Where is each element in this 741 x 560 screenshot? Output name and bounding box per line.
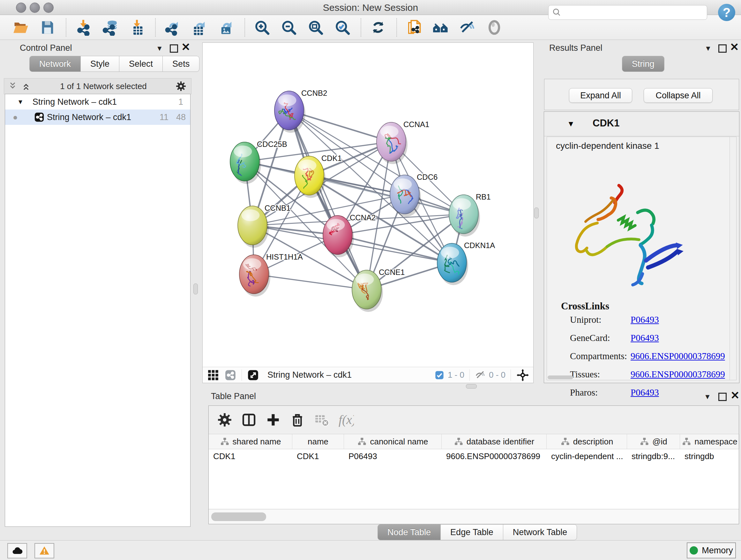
grid-view-icon[interactable]	[207, 369, 219, 381]
refresh-button[interactable]	[368, 17, 388, 38]
selected-checkbox-icon[interactable]	[434, 370, 445, 380]
crosslink-link[interactable]: P06493	[630, 333, 659, 343]
table-hscrollbar[interactable]	[209, 509, 739, 524]
add-column-button[interactable]	[263, 410, 283, 430]
network-row[interactable]: ● String Network – cdk1 11 48	[5, 110, 190, 125]
table-row[interactable]: CDK1CDK1P064939606.ENSP00000378699cyclin…	[209, 449, 739, 463]
table-gear-button[interactable]	[214, 410, 235, 430]
panel-float-icon[interactable]	[170, 44, 178, 53]
open-session-button[interactable]	[11, 17, 30, 38]
tab-network-table[interactable]: Network Table	[503, 524, 577, 540]
results-scrollbar-track[interactable]	[730, 137, 736, 380]
network-name-label: String Network – cdk1	[267, 370, 352, 380]
warning-button[interactable]	[35, 543, 54, 558]
import-network-file-button[interactable]	[73, 17, 93, 38]
table-hscroll-thumb[interactable]	[211, 512, 266, 521]
zoom-fit-button[interactable]	[306, 17, 326, 38]
tab-style[interactable]: Style	[81, 56, 119, 72]
tab-network[interactable]: Network	[29, 56, 81, 72]
crosslink-link[interactable]: 9606.ENSP00000378699	[630, 351, 725, 361]
string-view-icon[interactable]	[224, 369, 237, 381]
import-table-button[interactable]	[127, 17, 147, 38]
column-header-description[interactable]: description	[547, 434, 627, 449]
node-CCNB1[interactable]: CCNB1	[238, 204, 290, 248]
left-splitter-grip[interactable]	[193, 284, 198, 294]
collapse-all-button[interactable]: Collapse All	[644, 88, 713, 103]
tab-select[interactable]: Select	[119, 56, 163, 72]
edge-CCNA2-CDKN1A[interactable]	[338, 235, 452, 263]
panel-menu-caret-icon[interactable]: ▼	[704, 393, 711, 401]
expand-all-icon[interactable]	[21, 81, 31, 91]
export-image-button[interactable]	[216, 17, 236, 38]
detach-view-icon[interactable]	[247, 369, 259, 381]
tab-sets[interactable]: Sets	[163, 56, 199, 72]
expand-all-button[interactable]: Expand All	[569, 88, 632, 103]
export-network-button[interactable]	[163, 17, 183, 38]
column-header-name[interactable]: name	[292, 434, 344, 449]
help-button[interactable]: ?	[718, 4, 735, 21]
delete-table-button[interactable]	[312, 410, 332, 430]
gear-icon[interactable]	[175, 80, 187, 92]
fit-navigate-crosshair-icon[interactable]	[516, 368, 529, 382]
export-table-button[interactable]	[190, 17, 209, 38]
tab-edge-table[interactable]: Edge Table	[441, 524, 503, 540]
node-CDC25B[interactable]: CDC25B	[230, 140, 287, 184]
string-document-button[interactable]	[404, 17, 424, 38]
zoom-selected-button[interactable]	[333, 17, 352, 38]
crosslink-link[interactable]: P06493	[630, 314, 659, 325]
panel-float-icon[interactable]	[718, 393, 727, 401]
column-header-shared-name[interactable]: shared name	[209, 434, 292, 449]
node-section-header[interactable]: ▼ CDK1	[544, 112, 739, 136]
memory-status-dot	[690, 546, 698, 555]
column-header--id[interactable]: @id	[627, 434, 680, 449]
home-button[interactable]	[431, 17, 451, 38]
save-session-button[interactable]	[38, 17, 57, 38]
results-hscroll-thumb[interactable]	[548, 375, 573, 379]
toolbar-buttons	[11, 17, 511, 38]
panel-close-icon[interactable]: ✕	[731, 392, 740, 398]
panel-close-icon[interactable]: ✕	[730, 44, 739, 50]
ghost-eye-button[interactable]	[484, 17, 504, 38]
panel-float-icon[interactable]	[718, 44, 727, 53]
search-input[interactable]	[562, 6, 707, 19]
node-CCNB2[interactable]: CCNB2	[274, 89, 327, 133]
panel-menu-caret-icon[interactable]: ▼	[156, 44, 163, 53]
function-builder-button[interactable]: f(x)	[336, 410, 356, 430]
current-network-bullet: ●	[13, 112, 18, 122]
cloud-button[interactable]	[7, 543, 27, 558]
network-view[interactable]: CCNB2CCNA1CDC25BCDK1CDC6RB1CCNB1CCNA2CDK…	[202, 43, 534, 383]
delete-column-button[interactable]	[287, 410, 308, 430]
panel-close-icon[interactable]: ✕	[181, 44, 191, 50]
section-caret-icon[interactable]: ▼	[567, 119, 575, 128]
edge-HIST1H1A-CCNE1[interactable]	[254, 274, 367, 290]
tree-caret-icon[interactable]: ▼	[17, 98, 23, 106]
column-namespace-icon	[682, 437, 691, 446]
network-canvas[interactable]: CCNB2CCNA1CDC25BCDK1CDC6RB1CCNB1CCNA2CDK…	[203, 43, 533, 367]
node-CCNE1[interactable]: CCNE1	[352, 268, 405, 312]
hide-graphics-button[interactable]	[458, 17, 477, 38]
zoom-in-button[interactable]	[252, 17, 272, 38]
import-network-database-button[interactable]	[100, 17, 120, 38]
zoom-out-button[interactable]	[279, 17, 299, 38]
hidden-eye-slash-icon	[475, 370, 486, 381]
node-CCNA1[interactable]: CCNA1	[377, 120, 429, 164]
right-splitter-grip[interactable]	[534, 207, 539, 219]
node-HIST1H1A[interactable]: HIST1H1A	[239, 253, 303, 297]
memory-button[interactable]: Memory	[687, 543, 736, 558]
column-header-database-identifier[interactable]: database identifier	[442, 434, 547, 449]
column-header-namespace[interactable]: namespace	[680, 434, 739, 449]
tab-node-table[interactable]: Node Table	[378, 524, 441, 540]
node-CDKN1A[interactable]: CDKN1A	[437, 241, 495, 285]
panel-menu-caret-icon[interactable]: ▼	[704, 44, 712, 53]
crosslink-link[interactable]: 9606.ENSP00000378699	[630, 369, 725, 380]
edge-CCNB2-CCNE1[interactable]	[289, 111, 367, 290]
string-network-icon	[34, 112, 45, 123]
node-RB1[interactable]: RB1	[449, 192, 491, 237]
show-column-button[interactable]	[239, 410, 259, 430]
collapse-all-icon[interactable]	[8, 81, 18, 91]
tab-string[interactable]: String	[622, 56, 664, 72]
search-box[interactable]	[548, 5, 707, 20]
column-header-canonical-name[interactable]: canonical name	[344, 434, 442, 449]
bottom-splitter-grip[interactable]	[466, 384, 477, 388]
network-collection-row[interactable]: ▼ String Network – cdk1 1	[5, 94, 190, 110]
